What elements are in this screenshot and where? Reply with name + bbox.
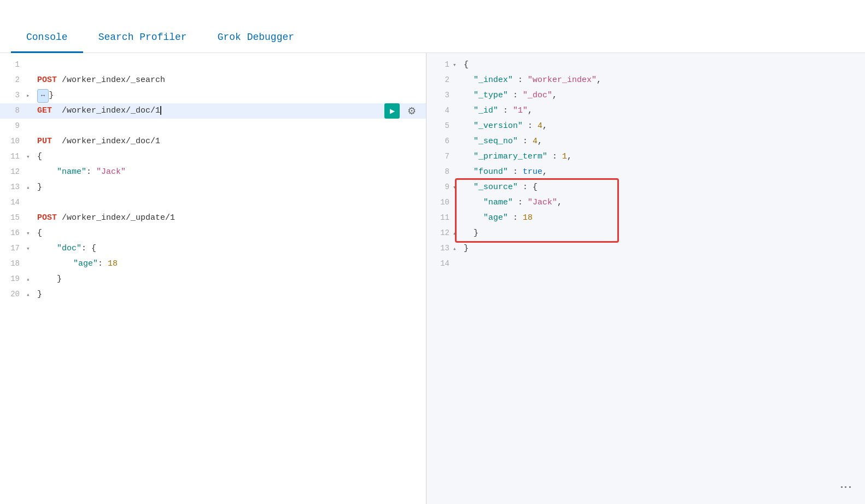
editor-line-9: 9	[0, 119, 426, 134]
output-line-2: 2 "_index" : "worker_index",	[426, 73, 865, 88]
output-area: 1 ▾ { 2 "_index" : "worker_index", 3 "_t…	[426, 53, 865, 276]
editor-line-14: 14	[0, 195, 426, 210]
output-line-7: 7 "_primary_term" : 1,	[426, 149, 865, 165]
tab-grok-debugger[interactable]: Grok Debugger	[202, 23, 309, 53]
editor-line-18: 18 "age": 18	[0, 256, 426, 272]
output-line-5: 5 "_version" : 4,	[426, 119, 865, 134]
editor-line-13: 13 ▴ }	[0, 180, 426, 195]
output-line-1: 1 ▾ {	[426, 57, 865, 73]
output-line-11: 11 "age" : 18	[426, 210, 865, 226]
output-line-10: 10 "name" : "Jack",	[426, 195, 865, 210]
collapsed-badge[interactable]: ↔	[37, 89, 49, 102]
output-line-13: 13 ▴ }	[426, 241, 865, 256]
editor-line-16: 16 ▾ {	[0, 226, 426, 241]
editor-line-11: 11 ▾ {	[0, 149, 426, 165]
three-dot-menu[interactable]: ⋮	[838, 481, 852, 491]
main-content: 1 2 POST /worker_index/_search 3 ▸ ↔} 8 …	[0, 53, 865, 504]
settings-button[interactable]: ⚙	[404, 103, 419, 119]
output-line-12: 12 ▴ }	[426, 226, 865, 241]
editor-line-20: 20 ▴ }	[0, 287, 426, 302]
editor-line-1: 1	[0, 57, 426, 73]
editor-panel[interactable]: 1 2 POST /worker_index/_search 3 ▸ ↔} 8 …	[0, 53, 426, 504]
tab-console[interactable]: Console	[11, 23, 83, 53]
output-line-9: 9 ▾ "_source" : {	[426, 180, 865, 195]
editor-line-8[interactable]: 8 GET /worker_index/_doc/1 ⚙	[0, 103, 426, 119]
editor-line-3: 3 ▸ ↔}	[0, 88, 426, 103]
output-line-4: 4 "_id" : "1",	[426, 103, 865, 119]
output-line-3: 3 "_type" : "_doc",	[426, 88, 865, 103]
output-line-6: 6 "_seq_no" : 4,	[426, 134, 865, 149]
editor-line-12: 12 "name": "Jack"	[0, 165, 426, 180]
editor-line-19: 19 ▴ }	[0, 272, 426, 287]
editor-line-10: 10 PUT /worker_index/_doc/1	[0, 134, 426, 149]
line-actions: ⚙	[384, 103, 426, 119]
run-button[interactable]	[384, 103, 400, 119]
editor-line-17: 17 ▾ "doc": {	[0, 241, 426, 256]
output-line-14: 14	[426, 256, 865, 272]
code-editor[interactable]: 1 2 POST /worker_index/_search 3 ▸ ↔} 8 …	[0, 53, 426, 307]
output-line-8: 8 "found" : true,	[426, 165, 865, 180]
output-panel-inner: 1 ▾ { 2 "_index" : "worker_index", 3 "_t…	[426, 53, 865, 504]
output-panel: 1 ▾ { 2 "_index" : "worker_index", 3 "_t…	[426, 53, 865, 504]
editor-line-15: 15 POST /worker_index/_update/1	[0, 210, 426, 226]
top-nav: Console Search Profiler Grok Debugger	[0, 0, 865, 53]
tab-search-profiler[interactable]: Search Profiler	[83, 23, 202, 53]
editor-line-2: 2 POST /worker_index/_search	[0, 73, 426, 88]
